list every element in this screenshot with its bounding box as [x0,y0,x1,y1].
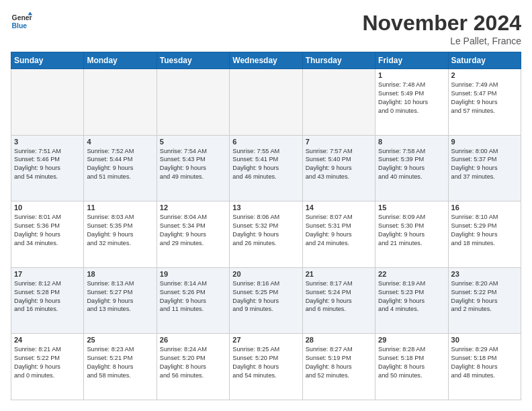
col-friday: Friday [375,52,448,69]
location: Le Pallet, France [362,36,521,46]
table-row: 29Sunrise: 8:28 AM Sunset: 5:18 PM Dayli… [375,334,448,400]
col-monday: Monday [84,52,157,69]
table-row: 7Sunrise: 7:57 AM Sunset: 5:40 PM Daylig… [302,135,375,201]
table-row: 25Sunrise: 8:23 AM Sunset: 5:21 PM Dayli… [84,334,157,400]
day-number: 8 [378,138,445,146]
day-number: 28 [306,336,372,344]
table-row: 12Sunrise: 8:04 AM Sunset: 5:34 PM Dayli… [157,201,229,268]
day-info: Sunrise: 8:06 AM Sunset: 5:32 PM Dayligh… [232,213,299,248]
table-row [157,69,229,136]
day-info: Sunrise: 8:03 AM Sunset: 5:35 PM Dayligh… [87,213,153,248]
day-number: 14 [306,203,372,212]
day-info: Sunrise: 7:51 AM Sunset: 5:46 PM Dayligh… [14,147,81,182]
table-row: 27Sunrise: 8:25 AM Sunset: 5:20 PM Dayli… [230,334,302,400]
table-row: 9Sunrise: 8:00 AM Sunset: 5:37 PM Daylig… [448,135,521,201]
day-info: Sunrise: 8:24 AM Sunset: 5:20 PM Dayligh… [160,345,226,380]
day-info: Sunrise: 8:13 AM Sunset: 5:27 PM Dayligh… [87,279,153,314]
day-info: Sunrise: 8:17 AM Sunset: 5:24 PM Dayligh… [306,279,372,314]
day-number: 24 [14,336,81,344]
table-row: 6Sunrise: 7:55 AM Sunset: 5:41 PM Daylig… [230,135,302,201]
table-row [230,69,302,136]
day-number: 2 [451,71,518,79]
table-row: 5Sunrise: 7:54 AM Sunset: 5:43 PM Daylig… [157,135,229,201]
col-thursday: Thursday [302,52,375,69]
day-number: 20 [232,270,299,278]
table-row: 3Sunrise: 7:51 AM Sunset: 5:46 PM Daylig… [11,135,84,201]
day-info: Sunrise: 8:07 AM Sunset: 5:31 PM Dayligh… [306,213,372,248]
day-info: Sunrise: 8:04 AM Sunset: 5:34 PM Dayligh… [160,213,226,248]
table-row: 11Sunrise: 8:03 AM Sunset: 5:35 PM Dayli… [84,201,157,268]
table-row: 2Sunrise: 7:49 AM Sunset: 5:47 PM Daylig… [448,69,521,136]
day-info: Sunrise: 8:01 AM Sunset: 5:36 PM Dayligh… [14,213,81,248]
table-row: 13Sunrise: 8:06 AM Sunset: 5:32 PM Dayli… [230,201,302,268]
page: General Blue November 2024 Le Pallet, Fr… [0,0,532,411]
calendar-table: Sunday Monday Tuesday Wednesday Thursday… [11,52,521,400]
table-row: 20Sunrise: 8:16 AM Sunset: 5:25 PM Dayli… [230,267,302,334]
col-sunday: Sunday [11,52,84,69]
day-info: Sunrise: 7:52 AM Sunset: 5:44 PM Dayligh… [87,147,153,182]
day-number: 21 [306,270,372,278]
day-number: 23 [451,270,518,278]
day-info: Sunrise: 8:27 AM Sunset: 5:19 PM Dayligh… [306,345,372,380]
day-number: 5 [160,138,226,146]
table-row [302,69,375,136]
logo-icon: General Blue [11,11,32,32]
table-row: 14Sunrise: 8:07 AM Sunset: 5:31 PM Dayli… [302,201,375,268]
day-info: Sunrise: 8:25 AM Sunset: 5:20 PM Dayligh… [232,345,299,380]
table-row: 21Sunrise: 8:17 AM Sunset: 5:24 PM Dayli… [302,267,375,334]
day-number: 1 [378,71,445,79]
day-info: Sunrise: 8:09 AM Sunset: 5:30 PM Dayligh… [378,213,445,248]
table-row: 28Sunrise: 8:27 AM Sunset: 5:19 PM Dayli… [302,334,375,400]
day-info: Sunrise: 8:19 AM Sunset: 5:23 PM Dayligh… [378,279,445,314]
calendar-week-4: 24Sunrise: 8:21 AM Sunset: 5:22 PM Dayli… [11,334,521,400]
table-row [11,69,84,136]
day-number: 15 [378,203,445,212]
day-number: 13 [232,203,299,212]
day-number: 25 [87,336,153,344]
table-row: 17Sunrise: 8:12 AM Sunset: 5:28 PM Dayli… [11,267,84,334]
header-row: Sunday Monday Tuesday Wednesday Thursday… [11,52,521,69]
calendar-week-2: 10Sunrise: 8:01 AM Sunset: 5:36 PM Dayli… [11,201,521,268]
table-row: 22Sunrise: 8:19 AM Sunset: 5:23 PM Dayli… [375,267,448,334]
day-info: Sunrise: 8:20 AM Sunset: 5:22 PM Dayligh… [451,279,518,314]
table-row: 30Sunrise: 8:29 AM Sunset: 5:18 PM Dayli… [448,334,521,400]
day-info: Sunrise: 8:23 AM Sunset: 5:21 PM Dayligh… [87,345,153,380]
day-info: Sunrise: 7:58 AM Sunset: 5:39 PM Dayligh… [378,147,445,182]
table-row: 4Sunrise: 7:52 AM Sunset: 5:44 PM Daylig… [84,135,157,201]
calendar-week-3: 17Sunrise: 8:12 AM Sunset: 5:28 PM Dayli… [11,267,521,334]
day-info: Sunrise: 8:12 AM Sunset: 5:28 PM Dayligh… [14,279,81,314]
svg-marker-2 [28,12,32,15]
col-saturday: Saturday [448,52,521,69]
day-info: Sunrise: 8:14 AM Sunset: 5:26 PM Dayligh… [160,279,226,314]
day-number: 22 [378,270,445,278]
calendar-week-1: 3Sunrise: 7:51 AM Sunset: 5:46 PM Daylig… [11,135,521,201]
day-number: 30 [451,336,518,344]
day-info: Sunrise: 8:00 AM Sunset: 5:37 PM Dayligh… [451,147,518,182]
day-number: 9 [451,138,518,146]
header: General Blue November 2024 Le Pallet, Fr… [11,11,521,46]
col-tuesday: Tuesday [157,52,229,69]
table-row: 1Sunrise: 7:48 AM Sunset: 5:49 PM Daylig… [375,69,448,136]
table-row: 19Sunrise: 8:14 AM Sunset: 5:26 PM Dayli… [157,267,229,334]
month-title: November 2024 [362,11,521,36]
day-number: 3 [14,138,81,146]
table-row: 24Sunrise: 8:21 AM Sunset: 5:22 PM Dayli… [11,334,84,400]
day-number: 7 [306,138,372,146]
table-row [84,69,157,136]
logo: General Blue [11,11,32,32]
table-row: 15Sunrise: 8:09 AM Sunset: 5:30 PM Dayli… [375,201,448,268]
day-info: Sunrise: 8:29 AM Sunset: 5:18 PM Dayligh… [451,345,518,380]
day-info: Sunrise: 7:57 AM Sunset: 5:40 PM Dayligh… [306,147,372,182]
day-number: 10 [14,203,81,212]
col-wednesday: Wednesday [230,52,302,69]
day-number: 4 [87,138,153,146]
day-info: Sunrise: 7:49 AM Sunset: 5:47 PM Dayligh… [451,81,518,116]
title-block: November 2024 Le Pallet, France [362,11,521,46]
day-number: 16 [451,203,518,212]
calendar-week-0: 1Sunrise: 7:48 AM Sunset: 5:49 PM Daylig… [11,69,521,136]
day-number: 17 [14,270,81,278]
day-info: Sunrise: 7:55 AM Sunset: 5:41 PM Dayligh… [232,147,299,182]
table-row: 8Sunrise: 7:58 AM Sunset: 5:39 PM Daylig… [375,135,448,201]
day-number: 18 [87,270,153,278]
day-number: 29 [378,336,445,344]
